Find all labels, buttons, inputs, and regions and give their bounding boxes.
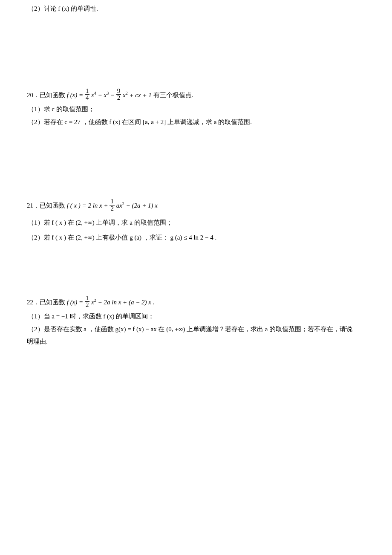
q22-stem: 22．已知函数 f (x) = 12 x2 − 2a ln x + (a − 2… (27, 296, 369, 310)
q21-stem: 21．已知函数 f ( x ) = 2 ln x + 12 ax2 − (2a … (27, 199, 369, 213)
spacer (27, 129, 369, 197)
q20-stem: 20．已知函数 f (x) = 14 x4 − x3 − 92 x2 + cx … (27, 89, 369, 103)
fraction-1-2: 12 (85, 295, 90, 309)
q21-part2: （2）若 f ( x ) 在 (2, +∞) 上有极小值 g (a) ，求证： … (27, 232, 369, 243)
frac-den: 2 (116, 95, 121, 101)
fraction-1-2: 12 (110, 198, 115, 212)
q20-part2: （2）若存在 c = 27 ，使函数 f (x) 在区间 [a, a + 2] … (27, 117, 369, 128)
frac-num: 1 (85, 88, 90, 95)
fraction-9-2: 92 (116, 88, 121, 102)
frac-den: 2 (85, 302, 90, 309)
q19-part2-text: （2）讨论 f (x) 的单调性. (28, 5, 98, 12)
q21-part1-text: （1）若 f ( x ) 在 (2, +∞) 上单调，求 a 的取值范围； (28, 219, 173, 226)
q21-part2-text: （2）若 f ( x ) 在 (2, +∞) 上有极小值 g (a) ，求证： … (28, 234, 216, 241)
spacer (27, 245, 369, 294)
frac-num: 1 (85, 295, 90, 302)
q20-part2-text: （2）若存在 c = 27 ，使函数 f (x) 在区间 [a, a + 2] … (28, 119, 252, 125)
q20-t4: x (121, 91, 125, 98)
q21-lead: 已知函数 (40, 202, 67, 209)
q22-part1: （1）当 a = −1 时，求函数 f (x) 的单调区间； (27, 311, 369, 322)
q21-number: 21． (27, 202, 40, 209)
frac-den: 4 (85, 95, 90, 101)
q20-part1: （1）求 c 的取值范围； (27, 104, 369, 115)
q20-lead: 已知函数 (40, 91, 67, 98)
q19-part2: （2）讨论 f (x) 的单调性. (27, 3, 369, 14)
q21-t2: − (2a + 1) x (124, 202, 158, 209)
q22-t1: x (89, 298, 94, 305)
q21-t1: ax (115, 202, 122, 209)
q20-tail: 有三个极值点. (152, 91, 193, 98)
q22-part2-line1: （2）是否存在实数 a ，使函数 g(x) = f (x) − ax 在 (0,… (27, 324, 369, 335)
q20-number: 20． (27, 91, 40, 98)
q21-func-pre: f ( x ) = 2 ln x + (67, 202, 110, 209)
q22-lead: 已知函数 (40, 298, 67, 305)
q22-part2b-text: 明理由. (27, 338, 48, 345)
q22-part2-line2: 明理由. (27, 336, 369, 347)
q22-func-pre: f (x) = (67, 298, 85, 305)
q20-t3: − (109, 91, 116, 98)
frac-num: 9 (116, 88, 121, 95)
q22-number: 22． (27, 298, 40, 305)
fraction-1-4: 14 (85, 88, 90, 102)
q20-t2: − x (96, 91, 107, 98)
frac-num: 1 (110, 198, 115, 205)
q20-func-pre: f (x) = (67, 91, 85, 98)
q22-part2a-text: （2）是否存在实数 a ，使函数 g(x) = f (x) − ax 在 (0,… (28, 326, 352, 332)
spacer (27, 347, 369, 433)
spacer (27, 14, 369, 87)
q21-part1: （1）若 f ( x ) 在 (2, +∞) 上单调，求 a 的取值范围； (27, 217, 369, 228)
q20-part1-text: （1）求 c 的取值范围； (28, 106, 95, 113)
q20-t1: x (89, 91, 94, 98)
q22-part1-text: （1）当 a = −1 时，求函数 f (x) 的单调区间； (28, 313, 154, 320)
q22-t2: − 2a ln x + (a − 2) x . (96, 298, 155, 305)
frac-den: 2 (110, 205, 115, 212)
q20-t5: + cx + 1 (128, 91, 152, 98)
